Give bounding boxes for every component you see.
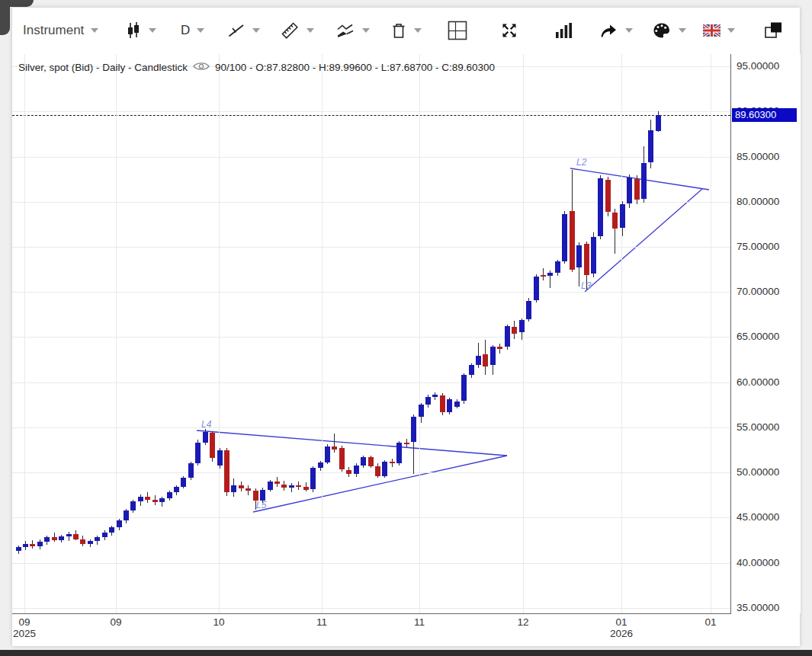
indicators-dropdown[interactable] xyxy=(335,8,370,53)
chart-title: Silver, spot (Bid) - Daily - Candlestick… xyxy=(18,61,495,74)
candle-body xyxy=(16,547,21,551)
candle-body xyxy=(648,130,653,162)
candle-body xyxy=(310,468,316,489)
chart-type-dropdown[interactable] xyxy=(125,8,156,53)
candle-body xyxy=(454,402,460,407)
instrument-dropdown[interactable]: Instrument xyxy=(23,8,98,53)
candle-body xyxy=(37,542,43,546)
candle-body xyxy=(130,501,136,510)
candle-body xyxy=(505,326,510,347)
time-axis[interactable]: 092025091011111201202601 xyxy=(12,614,800,642)
candle-body xyxy=(570,211,575,270)
candle-body xyxy=(612,213,618,229)
timeframe-dropdown[interactable]: D xyxy=(181,8,204,53)
timeframe-dropdown-label: D xyxy=(181,23,190,38)
gridline-vertical xyxy=(322,54,323,613)
indicator-icon xyxy=(335,23,355,38)
candle-body xyxy=(174,487,179,492)
candle-body xyxy=(44,537,50,542)
candle-body xyxy=(476,356,481,365)
price-axis-label: 95.00000 xyxy=(737,60,779,72)
time-axis-label: 09 xyxy=(8,616,41,628)
candle-body xyxy=(605,180,611,212)
share-arrow-icon xyxy=(599,22,618,39)
candle-body xyxy=(210,433,215,458)
candle-body xyxy=(419,405,424,416)
candle-body xyxy=(117,520,122,528)
trendline-icon xyxy=(227,22,246,39)
price-axis-label: 55.00000 xyxy=(737,421,779,433)
gridline-horizontal xyxy=(12,427,730,428)
candle-body xyxy=(224,450,229,493)
gridline-vertical xyxy=(219,54,220,613)
candle-body xyxy=(124,510,129,520)
delete-tool-dropdown[interactable] xyxy=(390,8,422,53)
candle-body xyxy=(66,534,72,537)
chevron-down-icon xyxy=(307,28,314,33)
measure-tool-dropdown[interactable] xyxy=(280,8,314,53)
time-axis-border xyxy=(12,613,731,614)
plot-area[interactable]: Silver, spot (Bid) - Daily - Candlestick… xyxy=(12,54,730,613)
toolbar: Instrument D xyxy=(12,8,800,55)
candle-body xyxy=(281,485,287,488)
bottom-edge-bar xyxy=(0,650,812,656)
instrument-dropdown-label: Instrument xyxy=(23,23,84,38)
trendline xyxy=(570,168,709,190)
fullscreen-button[interactable] xyxy=(500,8,518,53)
candle-body xyxy=(318,462,323,468)
share-dropdown[interactable] xyxy=(599,8,633,53)
gridline-horizontal xyxy=(12,157,730,158)
candle-body xyxy=(497,347,502,348)
window-corner-accent xyxy=(0,0,10,35)
candle-body xyxy=(325,446,330,462)
candle-body xyxy=(541,275,546,277)
candle-body xyxy=(627,178,632,203)
candle-body xyxy=(469,365,474,375)
price-axis-label: 45.00000 xyxy=(737,511,779,523)
time-axis-label: 11 xyxy=(403,616,436,628)
candle-body xyxy=(339,448,345,469)
chevron-down-icon xyxy=(197,28,204,33)
theme-dropdown[interactable] xyxy=(652,8,686,53)
price-axis-label: 50.00000 xyxy=(737,466,779,478)
candle-body xyxy=(461,375,467,401)
gridline-horizontal xyxy=(12,292,730,293)
gridline-horizontal xyxy=(12,382,730,383)
candle-body xyxy=(195,443,201,463)
palette-icon xyxy=(652,21,672,40)
chevron-down-icon xyxy=(252,28,260,33)
ruler-icon xyxy=(280,21,300,40)
gridline-vertical xyxy=(116,54,117,613)
language-dropdown[interactable] xyxy=(703,8,735,53)
candle-body xyxy=(152,500,158,503)
trash-icon xyxy=(390,21,407,40)
gridline-vertical xyxy=(523,54,524,613)
volume-button[interactable] xyxy=(555,8,573,53)
candle-body xyxy=(188,463,194,478)
candle-body xyxy=(95,537,100,541)
trendline-tool-dropdown[interactable] xyxy=(227,8,260,53)
price-axis[interactable]: 89.60300 95.0000090.0000085.0000080.0000… xyxy=(730,54,801,613)
candle-body xyxy=(253,491,258,501)
price-axis-label: 80.00000 xyxy=(737,196,779,207)
candle-body xyxy=(368,457,374,466)
price-axis-label: 60.00000 xyxy=(737,376,779,388)
crosshair-grid-button[interactable] xyxy=(448,8,467,53)
candle-body xyxy=(102,533,108,537)
candle-body xyxy=(361,457,366,466)
candle-body xyxy=(52,537,57,540)
gridline-vertical xyxy=(621,54,622,613)
gridline-vertical xyxy=(711,54,711,613)
candle-body xyxy=(425,397,431,405)
trendline-label: L5 xyxy=(256,500,267,510)
candle-body xyxy=(332,446,337,450)
gridline-horizontal xyxy=(12,202,730,203)
chart-title-main: Silver, spot (Bid) - Daily - Candlestick xyxy=(18,62,188,73)
price-axis-label: 70.00000 xyxy=(737,286,779,297)
price-axis-label: 75.00000 xyxy=(737,241,779,252)
candle-body xyxy=(375,466,380,476)
candle-body xyxy=(268,482,273,490)
price-axis-label: 35.00000 xyxy=(737,602,779,613)
candle-body xyxy=(88,541,93,544)
windows-layout-button[interactable] xyxy=(764,8,784,53)
